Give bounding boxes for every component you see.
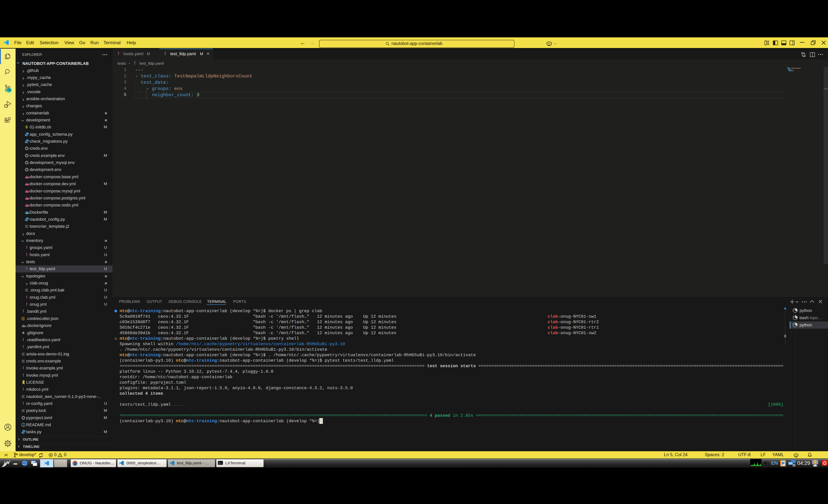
svg-text:P: P <box>782 461 785 466</box>
